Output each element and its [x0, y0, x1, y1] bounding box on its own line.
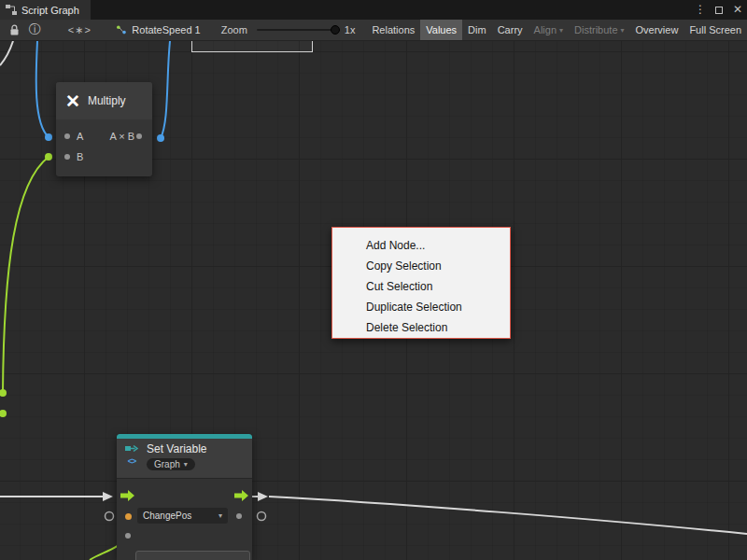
- code-brackets-icon: <>: [128, 456, 136, 466]
- set-variable-header[interactable]: <> Set Variable Graph ▾: [117, 439, 252, 478]
- wire-endpoint-blue[interactable]: [45, 133, 52, 141]
- toolbar-buttons: Relations Values Dim Carry Align▾ Distri…: [366, 20, 747, 40]
- graph-canvas[interactable]: ✕ Multiply A A × B B Add Node... Copy Se…: [0, 41, 747, 560]
- window-controls: ⋮ ✕: [693, 0, 747, 20]
- zoom-label: Zoom: [221, 24, 247, 35]
- align-button[interactable]: Align▾: [529, 20, 569, 40]
- context-menu: Add Node... Copy Selection Cut Selection…: [331, 227, 511, 339]
- input-port-a[interactable]: [64, 133, 70, 139]
- wire-endpoint-green[interactable]: [0, 410, 7, 417]
- menu-item-delete-selection[interactable]: Delete Selection: [332, 317, 510, 338]
- input-port-b[interactable]: [64, 154, 70, 160]
- carry-button[interactable]: Carry: [492, 20, 529, 40]
- set-variable-title: Set Variable: [147, 442, 206, 455]
- wire-blue[interactable]: [36, 41, 49, 137]
- close-icon[interactable]: ✕: [730, 0, 745, 20]
- graph-reference[interactable]: RotateSpeed 1: [116, 24, 200, 35]
- port-row-a: A A × B: [56, 126, 152, 147]
- code-icon[interactable]: <∗>: [65, 24, 93, 36]
- info-icon[interactable]: ⓘ: [28, 21, 41, 38]
- set-variable-body: ChangePos ▾: [117, 478, 252, 560]
- dim-button[interactable]: Dim: [462, 20, 492, 40]
- tab-script-graph[interactable]: Script Graph: [0, 0, 91, 20]
- graph-reference-label: RotateSpeed 1: [132, 24, 200, 35]
- wire-endpoint-green[interactable]: [0, 389, 7, 397]
- wire-white[interactable]: [0, 41, 13, 65]
- flow-arrowhead: [258, 492, 268, 501]
- chevron-down-icon: ▾: [559, 26, 563, 35]
- variable-dropdown[interactable]: ChangePos ▾: [137, 508, 228, 524]
- titlebar: Script Graph ⋮ ✕: [0, 0, 747, 20]
- overview-button[interactable]: Overview: [630, 20, 684, 40]
- distribute-button[interactable]: Distribute▾: [569, 20, 629, 40]
- chevron-down-icon: ▾: [218, 511, 222, 520]
- set-variable-node[interactable]: <> Set Variable Graph ▾: [117, 434, 252, 560]
- unity-script-graph-window: Script Graph ⋮ ✕ ⓘ <∗> RotateSpeed 1 Zoo…: [0, 0, 747, 560]
- lock-icon[interactable]: [7, 24, 21, 36]
- zoom-value: 1x: [345, 24, 356, 35]
- window-menu-icon[interactable]: ⋮: [693, 0, 708, 20]
- output-port[interactable]: [136, 133, 142, 139]
- partial-node-outline: [191, 41, 313, 52]
- set-variable-icons: <>: [122, 442, 141, 478]
- full-screen-button[interactable]: Full Screen: [684, 20, 747, 40]
- value-input-port[interactable]: [125, 533, 131, 539]
- set-variable-icon: [125, 444, 139, 455]
- wire-endpoint-green[interactable]: [45, 153, 52, 161]
- menu-item-cut-selection[interactable]: Cut Selection: [332, 276, 510, 297]
- graph-reference-icon: [116, 24, 127, 35]
- wire-blue[interactable]: [161, 41, 170, 138]
- flow-arrowhead: [103, 492, 113, 501]
- multiply-node-title: Multiply: [88, 94, 126, 107]
- multiply-node-header[interactable]: ✕ Multiply: [56, 82, 152, 119]
- empty-port-ring[interactable]: [258, 512, 266, 521]
- flow-input-port[interactable]: [120, 489, 135, 502]
- port-label-a: A: [77, 131, 83, 142]
- tab-title: Script Graph: [21, 5, 79, 16]
- script-graph-icon: [6, 5, 17, 15]
- relations-button[interactable]: Relations: [366, 20, 420, 40]
- multiply-node[interactable]: ✕ Multiply A A × B B: [56, 82, 152, 176]
- port-row-b: B: [56, 147, 152, 167]
- menu-item-copy-selection[interactable]: Copy Selection: [332, 256, 510, 276]
- zoom-slider[interactable]: [257, 29, 335, 31]
- chevron-down-icon: ▾: [184, 460, 188, 469]
- value-field-partial[interactable]: [135, 551, 250, 560]
- wire-white[interactable]: [269, 497, 747, 534]
- flow-output-port[interactable]: [234, 489, 249, 502]
- multiply-node-body: A A × B B: [56, 119, 152, 167]
- values-button[interactable]: Values: [420, 20, 462, 40]
- toolbar: ⓘ <∗> RotateSpeed 1 Zoom 1x Relations Va…: [0, 20, 747, 41]
- variable-output-port[interactable]: [236, 513, 242, 519]
- maximize-icon[interactable]: [712, 0, 726, 20]
- wire-green[interactable]: [3, 157, 49, 393]
- scope-dropdown[interactable]: Graph ▾: [147, 458, 195, 470]
- wire-endpoint-blue[interactable]: [157, 134, 164, 142]
- variable-input-port[interactable]: [125, 513, 132, 520]
- multiply-icon: ✕: [65, 92, 80, 110]
- menu-item-add-node[interactable]: Add Node...: [332, 235, 510, 256]
- zoom-slider-knob[interactable]: [331, 25, 340, 35]
- menu-item-duplicate-selection[interactable]: Duplicate Selection: [332, 297, 510, 317]
- port-label-output: A × B: [109, 131, 134, 142]
- port-label-b: B: [77, 151, 83, 162]
- chevron-down-icon: ▾: [621, 26, 625, 35]
- empty-port-ring[interactable]: [106, 512, 114, 521]
